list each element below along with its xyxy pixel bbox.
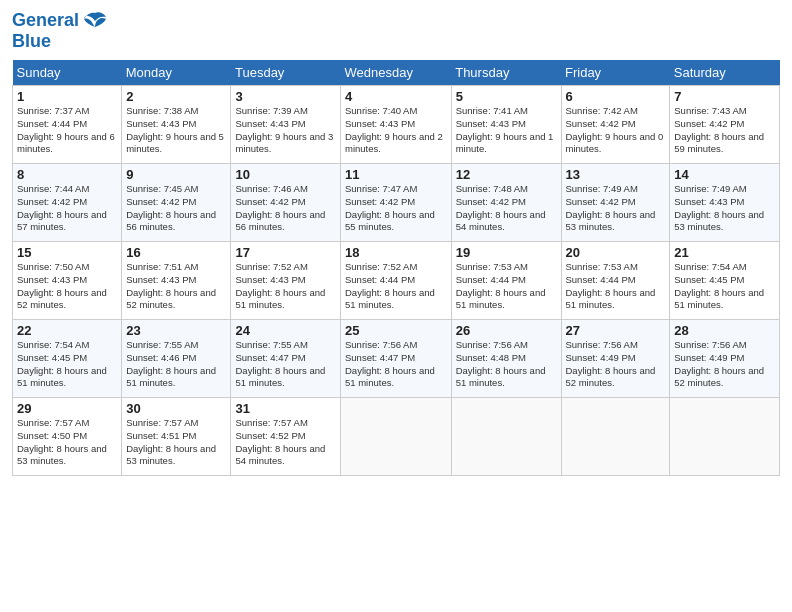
calendar-day-30: 30Sunrise: 7:57 AMSunset: 4:51 PMDayligh… [122,397,231,475]
calendar-day-28: 28Sunrise: 7:56 AMSunset: 4:49 PMDayligh… [670,319,780,397]
day-detail: Sunrise: 7:56 AMSunset: 4:48 PMDaylight:… [456,339,546,388]
logo: General Blue [12,10,106,52]
day-number: 24 [235,323,336,338]
calendar-day-26: 26Sunrise: 7:56 AMSunset: 4:48 PMDayligh… [451,319,561,397]
calendar-day-14: 14Sunrise: 7:49 AMSunset: 4:43 PMDayligh… [670,163,780,241]
day-number: 2 [126,89,226,104]
day-number: 19 [456,245,557,260]
calendar-week-4: 22Sunrise: 7:54 AMSunset: 4:45 PMDayligh… [13,319,780,397]
calendar-day-4: 4Sunrise: 7:40 AMSunset: 4:43 PMDaylight… [340,85,451,163]
day-detail: Sunrise: 7:55 AMSunset: 4:46 PMDaylight:… [126,339,216,388]
day-detail: Sunrise: 7:54 AMSunset: 4:45 PMDaylight:… [674,261,764,310]
calendar-day-31: 31Sunrise: 7:57 AMSunset: 4:52 PMDayligh… [231,397,341,475]
day-number: 23 [126,323,226,338]
empty-cell [670,397,780,475]
calendar-day-6: 6Sunrise: 7:42 AMSunset: 4:42 PMDaylight… [561,85,670,163]
day-number: 22 [17,323,117,338]
calendar-week-5: 29Sunrise: 7:57 AMSunset: 4:50 PMDayligh… [13,397,780,475]
col-header-monday: Monday [122,60,231,86]
day-detail: Sunrise: 7:56 AMSunset: 4:47 PMDaylight:… [345,339,435,388]
col-header-wednesday: Wednesday [340,60,451,86]
day-number: 5 [456,89,557,104]
day-detail: Sunrise: 7:43 AMSunset: 4:42 PMDaylight:… [674,105,764,154]
col-header-tuesday: Tuesday [231,60,341,86]
day-number: 3 [235,89,336,104]
day-detail: Sunrise: 7:56 AMSunset: 4:49 PMDaylight:… [674,339,764,388]
day-detail: Sunrise: 7:57 AMSunset: 4:50 PMDaylight:… [17,417,107,466]
day-number: 13 [566,167,666,182]
day-number: 4 [345,89,447,104]
day-number: 7 [674,89,775,104]
day-number: 21 [674,245,775,260]
day-number: 15 [17,245,117,260]
calendar-day-15: 15Sunrise: 7:50 AMSunset: 4:43 PMDayligh… [13,241,122,319]
day-number: 28 [674,323,775,338]
calendar-day-18: 18Sunrise: 7:52 AMSunset: 4:44 PMDayligh… [340,241,451,319]
calendar-day-10: 10Sunrise: 7:46 AMSunset: 4:42 PMDayligh… [231,163,341,241]
day-detail: Sunrise: 7:53 AMSunset: 4:44 PMDaylight:… [456,261,546,310]
day-detail: Sunrise: 7:57 AMSunset: 4:51 PMDaylight:… [126,417,216,466]
day-number: 30 [126,401,226,416]
day-detail: Sunrise: 7:44 AMSunset: 4:42 PMDaylight:… [17,183,107,232]
calendar-day-9: 9Sunrise: 7:45 AMSunset: 4:42 PMDaylight… [122,163,231,241]
day-detail: Sunrise: 7:49 AMSunset: 4:43 PMDaylight:… [674,183,764,232]
day-number: 9 [126,167,226,182]
page-container: General Blue SundayMondayTuesdayWednesda… [0,0,792,484]
day-number: 8 [17,167,117,182]
day-detail: Sunrise: 7:46 AMSunset: 4:42 PMDaylight:… [235,183,325,232]
day-detail: Sunrise: 7:45 AMSunset: 4:42 PMDaylight:… [126,183,216,232]
day-detail: Sunrise: 7:53 AMSunset: 4:44 PMDaylight:… [566,261,656,310]
calendar-table: SundayMondayTuesdayWednesdayThursdayFrid… [12,60,780,476]
day-number: 17 [235,245,336,260]
day-detail: Sunrise: 7:48 AMSunset: 4:42 PMDaylight:… [456,183,546,232]
empty-cell [561,397,670,475]
calendar-day-22: 22Sunrise: 7:54 AMSunset: 4:45 PMDayligh… [13,319,122,397]
calendar-day-11: 11Sunrise: 7:47 AMSunset: 4:42 PMDayligh… [340,163,451,241]
page-header: General Blue [12,10,780,52]
calendar-day-8: 8Sunrise: 7:44 AMSunset: 4:42 PMDaylight… [13,163,122,241]
calendar-day-1: 1Sunrise: 7:37 AMSunset: 4:44 PMDaylight… [13,85,122,163]
logo-general: General [12,10,79,30]
day-number: 12 [456,167,557,182]
calendar-week-3: 15Sunrise: 7:50 AMSunset: 4:43 PMDayligh… [13,241,780,319]
calendar-week-2: 8Sunrise: 7:44 AMSunset: 4:42 PMDaylight… [13,163,780,241]
col-header-sunday: Sunday [13,60,122,86]
day-number: 1 [17,89,117,104]
day-number: 11 [345,167,447,182]
day-detail: Sunrise: 7:37 AMSunset: 4:44 PMDaylight:… [17,105,115,154]
day-number: 25 [345,323,447,338]
calendar-day-3: 3Sunrise: 7:39 AMSunset: 4:43 PMDaylight… [231,85,341,163]
day-detail: Sunrise: 7:54 AMSunset: 4:45 PMDaylight:… [17,339,107,388]
day-detail: Sunrise: 7:47 AMSunset: 4:42 PMDaylight:… [345,183,435,232]
calendar-day-17: 17Sunrise: 7:52 AMSunset: 4:43 PMDayligh… [231,241,341,319]
calendar-day-2: 2Sunrise: 7:38 AMSunset: 4:43 PMDaylight… [122,85,231,163]
day-detail: Sunrise: 7:51 AMSunset: 4:43 PMDaylight:… [126,261,216,310]
calendar-day-7: 7Sunrise: 7:43 AMSunset: 4:42 PMDaylight… [670,85,780,163]
day-detail: Sunrise: 7:52 AMSunset: 4:43 PMDaylight:… [235,261,325,310]
day-number: 26 [456,323,557,338]
calendar-day-13: 13Sunrise: 7:49 AMSunset: 4:42 PMDayligh… [561,163,670,241]
day-detail: Sunrise: 7:50 AMSunset: 4:43 PMDaylight:… [17,261,107,310]
day-number: 29 [17,401,117,416]
calendar-day-21: 21Sunrise: 7:54 AMSunset: 4:45 PMDayligh… [670,241,780,319]
empty-cell [340,397,451,475]
calendar-day-27: 27Sunrise: 7:56 AMSunset: 4:49 PMDayligh… [561,319,670,397]
day-detail: Sunrise: 7:42 AMSunset: 4:42 PMDaylight:… [566,105,664,154]
calendar-day-12: 12Sunrise: 7:48 AMSunset: 4:42 PMDayligh… [451,163,561,241]
calendar-day-29: 29Sunrise: 7:57 AMSunset: 4:50 PMDayligh… [13,397,122,475]
day-detail: Sunrise: 7:39 AMSunset: 4:43 PMDaylight:… [235,105,333,154]
day-number: 16 [126,245,226,260]
calendar-day-20: 20Sunrise: 7:53 AMSunset: 4:44 PMDayligh… [561,241,670,319]
calendar-day-23: 23Sunrise: 7:55 AMSunset: 4:46 PMDayligh… [122,319,231,397]
day-number: 20 [566,245,666,260]
day-detail: Sunrise: 7:57 AMSunset: 4:52 PMDaylight:… [235,417,325,466]
day-detail: Sunrise: 7:49 AMSunset: 4:42 PMDaylight:… [566,183,656,232]
day-detail: Sunrise: 7:40 AMSunset: 4:43 PMDaylight:… [345,105,443,154]
calendar-day-5: 5Sunrise: 7:41 AMSunset: 4:43 PMDaylight… [451,85,561,163]
col-header-saturday: Saturday [670,60,780,86]
logo-bird-icon [84,11,106,31]
day-number: 31 [235,401,336,416]
day-number: 6 [566,89,666,104]
day-detail: Sunrise: 7:56 AMSunset: 4:49 PMDaylight:… [566,339,656,388]
day-number: 10 [235,167,336,182]
